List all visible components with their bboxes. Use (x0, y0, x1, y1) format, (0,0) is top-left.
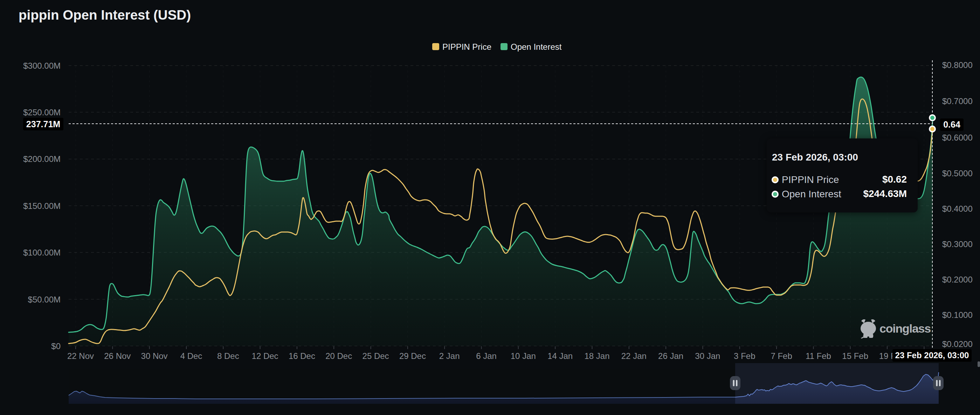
svg-text:25 Dec: 25 Dec (363, 351, 389, 361)
svg-text:$0.1000: $0.1000 (942, 310, 973, 320)
svg-text:8 Dec: 8 Dec (217, 351, 239, 361)
svg-text:20 Dec: 20 Dec (325, 351, 352, 361)
svg-text:26 Jan: 26 Jan (658, 351, 683, 361)
svg-text:10 Jan: 10 Jan (511, 351, 536, 361)
svg-text:coinglass: coinglass (880, 322, 931, 335)
svg-text:$50.00M: $50.00M (28, 295, 60, 304)
svg-text:2 Jan: 2 Jan (439, 351, 460, 361)
svg-text:22 Jan: 22 Jan (621, 351, 647, 361)
svg-text:$100.00M: $100.00M (23, 248, 60, 257)
svg-text:$300.00M: $300.00M (23, 61, 60, 70)
svg-text:$0.8000: $0.8000 (942, 60, 973, 70)
svg-text:$0.0200: $0.0200 (942, 339, 973, 349)
svg-text:$0.5000: $0.5000 (942, 169, 973, 178)
svg-text:22 Nov: 22 Nov (67, 351, 94, 361)
svg-text:30 Jan: 30 Jan (695, 351, 720, 361)
svg-text:$150.00M: $150.00M (23, 201, 60, 211)
svg-text:7 Feb: 7 Feb (770, 351, 792, 361)
svg-text:$250.00M: $250.00M (23, 108, 60, 117)
svg-text:$0.7000: $0.7000 (942, 96, 973, 106)
svg-text:11 Feb: 11 Feb (806, 351, 831, 361)
svg-text:4 Dec: 4 Dec (180, 351, 202, 361)
svg-text:29 Dec: 29 Dec (399, 351, 426, 361)
svg-text:14 Jan: 14 Jan (547, 351, 573, 361)
svg-text:$200.00M: $200.00M (23, 154, 60, 164)
svg-text:$0: $0 (51, 342, 60, 351)
svg-text:26 Nov: 26 Nov (104, 351, 130, 361)
svg-text:12 Dec: 12 Dec (252, 351, 278, 361)
svg-text:6 Jan: 6 Jan (476, 351, 496, 361)
svg-text:$0.2000: $0.2000 (942, 275, 973, 284)
svg-text:15 Feb: 15 Feb (842, 351, 868, 361)
svg-text:30 Nov: 30 Nov (141, 351, 168, 361)
svg-text:$0.3000: $0.3000 (942, 239, 973, 249)
svg-text:$0.6000: $0.6000 (942, 133, 973, 142)
svg-text:$0.4000: $0.4000 (942, 204, 973, 214)
svg-text:3 Feb: 3 Feb (734, 351, 755, 361)
svg-text:18 Jan: 18 Jan (584, 351, 609, 361)
svg-text:16 Dec: 16 Dec (289, 351, 315, 361)
